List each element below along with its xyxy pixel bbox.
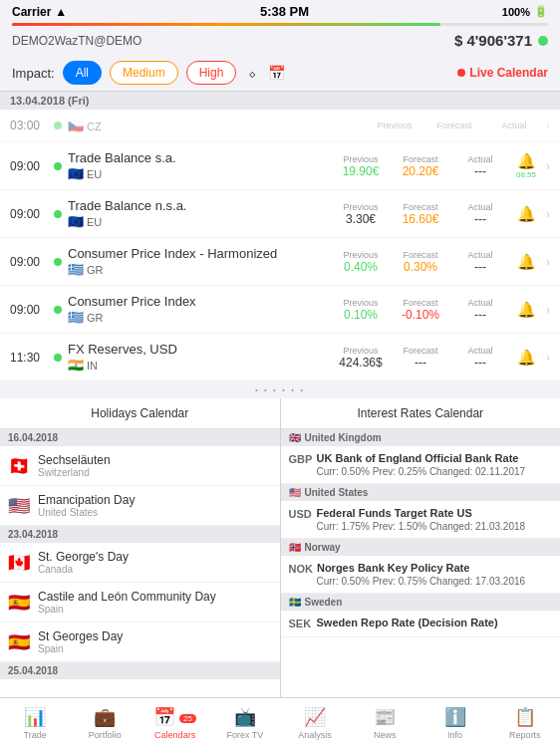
list-item[interactable]: 🇺🇸 Emancipation Day United States [0, 486, 280, 526]
section-divider: • • • • • • [0, 381, 560, 398]
nav-item-analysis[interactable]: 📈 Analysis [280, 698, 350, 747]
nav-label-reports: Reports [509, 730, 541, 740]
nav-icon-forex tv: 📺 [234, 706, 256, 728]
event-data: Previous Forecast Actual [369, 121, 540, 130]
filter-bar: Impact: All Medium High ⬦ 📅 Live Calenda… [0, 55, 560, 92]
holiday-info: St Georges Day Spain [38, 629, 272, 654]
previous-col: Previous 19.90€ [335, 154, 387, 178]
list-item[interactable]: 🇪🇸 Castile and León Community Day Spain [0, 583, 280, 622]
list-item[interactable]: GBP UK Bank of England Official Bank Rat… [281, 446, 561, 484]
event-main: 🇨🇿 CZ [68, 118, 363, 133]
holiday-country: Switzerland [38, 467, 272, 478]
table-row[interactable]: 09:00 Consumer Price Index - Harmonized … [0, 238, 560, 286]
event-main: FX Reserves, USD 🇮🇳 IN [68, 342, 329, 373]
event-main: Consumer Price Index - Harmonized 🇬🇷 GR [68, 246, 329, 277]
holiday-flag: 🇺🇸 [8, 495, 32, 517]
list-item[interactable]: 🇨🇦 St. George's Day Canada [0, 543, 280, 583]
filter-all-button[interactable]: All [63, 61, 102, 85]
holiday-name: Castile and León Community Day [38, 590, 272, 604]
event-name: Consumer Price Index - Harmonized [68, 246, 329, 261]
bell-icon[interactable]: 🔔 [512, 205, 540, 223]
economic-calendar: 13.04.2018 (Fri) 03:00 🇨🇿 CZ Previous Fo… [0, 92, 560, 381]
nav-icon-portfolio: 💼 [94, 706, 116, 728]
live-calendar-label: Live Calendar [469, 66, 548, 80]
bell-icon[interactable]: 🔔 [512, 253, 540, 271]
status-left: Carrier ▲ [12, 5, 67, 19]
bell-icon[interactable]: 🔔 [517, 152, 536, 170]
country-code: IN [87, 360, 98, 372]
interest-rate-details: Curr: 0.50% Prev: 0.25% Changed: 02.11.2… [317, 466, 553, 477]
alert-time: 08:55 [516, 170, 536, 179]
filter-medium-button[interactable]: Medium [110, 61, 178, 85]
nav-item-trade[interactable]: 📊 Trade [0, 698, 70, 747]
list-item[interactable]: SEK Sweden Repo Rate (Decision Rate) [281, 611, 561, 637]
event-time: 11:30 [10, 351, 48, 365]
account-bar: DEMO2WazTN@DEMO $ 4'906'371 [0, 28, 560, 55]
nav-label-calendars: Calendars [154, 730, 195, 740]
bell-icon[interactable]: 🔔 [512, 301, 540, 319]
event-main: Trade Balance n.s.a. 🇪🇺 EU [68, 198, 329, 229]
table-row[interactable]: 03:00 🇨🇿 CZ Previous Forecast Actual › [0, 110, 560, 142]
country-flag: 🇬🇷 [68, 262, 84, 277]
filter-high-button[interactable]: High [186, 61, 237, 85]
divider-dots: • • • • • • [255, 385, 305, 394]
bell-icon[interactable]: 🔔 [512, 349, 540, 367]
interest-rates-calendar: Interest Rates Calendar 🇬🇧United Kingdom… [281, 398, 561, 727]
table-row[interactable]: 09:00 Consumer Price Index 🇬🇷 GR Previou… [0, 286, 560, 334]
nav-item-info[interactable]: ℹ️ Info [420, 698, 490, 747]
wifi-icon: ▲ [55, 5, 67, 19]
nav-icon-analysis: 📈 [304, 706, 326, 728]
nav-item-calendars[interactable]: 📅 25 Calendars [140, 698, 210, 747]
forecast-col: Forecast 0.30% [395, 250, 446, 274]
impact-dot [54, 354, 62, 362]
row-chevron: › [546, 207, 550, 221]
holiday-flag: 🇨🇭 [8, 455, 32, 477]
holidays-calendar: Holidays Calendar 16.04.2018 🇨🇭 Sechselä… [0, 398, 281, 727]
table-row[interactable]: 09:00 Trade Balance n.s.a. 🇪🇺 EU Previou… [0, 190, 560, 238]
status-time: 5:38 PM [260, 4, 309, 19]
row-chevron: › [546, 351, 550, 365]
status-bar: Carrier ▲ 5:38 PM 100% 🔋 [0, 0, 560, 23]
holiday-date-header: 25.04.2018 [0, 662, 280, 679]
event-country: 🇨🇿 CZ [68, 119, 363, 133]
interest-currency: GBP [289, 452, 313, 465]
filter-icon[interactable]: ⬦ [248, 65, 256, 81]
region-name: Sweden [305, 597, 343, 608]
event-time: 09:00 [10, 303, 48, 317]
interest-region-header: 🇬🇧United Kingdom [281, 429, 561, 446]
impact-label: Impact: [12, 66, 55, 81]
list-item[interactable]: USD Federal Funds Target Rate US Curr: 1… [281, 501, 561, 539]
event-time: 09:00 [10, 255, 48, 269]
nav-item-reports[interactable]: 📋 Reports [490, 698, 560, 747]
list-item[interactable]: 🇪🇸 St Georges Day Spain [0, 622, 280, 662]
holiday-name: St. George's Day [38, 550, 272, 564]
holiday-country: United States [38, 507, 272, 518]
holiday-flag: 🇪🇸 [8, 631, 32, 653]
previous-col: Previous 0.10% [335, 298, 387, 322]
forecast-col: Forecast --- [395, 346, 446, 370]
nav-item-portfolio[interactable]: 💼 Portfolio [70, 698, 140, 747]
forecast-col: Forecast 16.60€ [395, 202, 446, 226]
region-name: United States [305, 487, 369, 498]
impact-dot [54, 258, 62, 266]
list-item[interactable]: 🇨🇭 Sechseläuten Switzerland [0, 446, 280, 486]
list-item[interactable]: NOK Norges Bank Key Policy Rate Curr: 0.… [281, 556, 561, 594]
interest-rate-name: Federal Funds Target Rate US [317, 507, 553, 519]
country-code: CZ [87, 121, 102, 132]
table-row[interactable]: 09:00 Trade Balance s.a. 🇪🇺 EU Previous … [0, 142, 560, 190]
live-dot [457, 69, 465, 77]
nav-label-trade: Trade [24, 730, 47, 740]
balance-amount: $ 4'906'371 [454, 32, 532, 49]
holiday-info: Sechseläuten Switzerland [38, 453, 272, 478]
battery-icon: 🔋 [534, 5, 548, 18]
table-row[interactable]: 11:30 FX Reserves, USD 🇮🇳 IN Previous 42… [0, 334, 560, 381]
nav-icon-news: 📰 [374, 706, 396, 728]
interest-currency: SEK [289, 617, 312, 629]
region-flag: 🇸🇪 [289, 597, 301, 608]
region-name: Norway [305, 542, 341, 553]
nav-item-forex tv[interactable]: 📺 Forex TV [210, 698, 280, 747]
nav-item-news[interactable]: 📰 News [350, 698, 420, 747]
calendar-icon[interactable]: 📅 [268, 65, 285, 81]
live-calendar-button[interactable]: Live Calendar [457, 66, 548, 80]
interest-currency: NOK [289, 562, 313, 575]
